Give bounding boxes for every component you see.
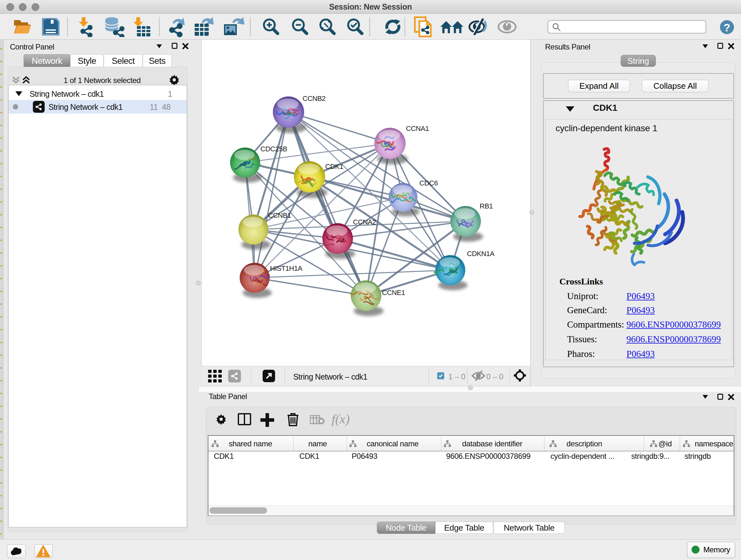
svg-text:CDK1: CDK1 [325,163,343,171]
svg-text:CDC25B: CDC25B [260,145,287,153]
svg-text:CCNB1: CCNB1 [268,211,291,219]
svg-text:CCNA1: CCNA1 [406,125,429,132]
svg-text:RB1: RB1 [480,202,493,210]
svg-text:HIST1H1A: HIST1H1A [270,264,302,272]
svg-text:CCNA2: CCNA2 [353,218,376,226]
svg-text:CDC6: CDC6 [419,179,438,187]
svg-text:CCNE1: CCNE1 [382,289,405,297]
svg-text:CCNB2: CCNB2 [302,95,326,103]
svg-text:CDKN1A: CDKN1A [467,250,495,258]
